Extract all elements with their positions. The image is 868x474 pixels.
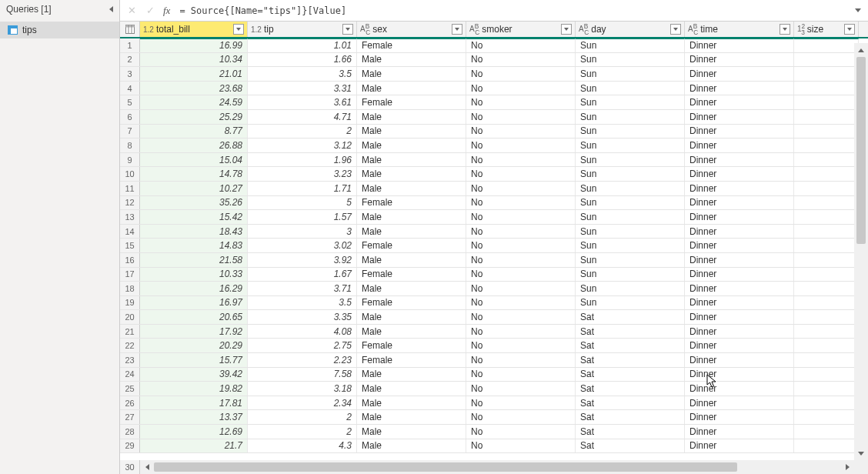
cell-day[interactable]: Sat bbox=[576, 396, 685, 410]
select-all-button[interactable] bbox=[120, 22, 140, 37]
collapse-sidebar-icon[interactable] bbox=[109, 4, 113, 15]
row-number[interactable]: 3 bbox=[120, 67, 140, 81]
cell-day[interactable]: Sun bbox=[576, 268, 685, 282]
cell-tip[interactable]: 4.08 bbox=[248, 325, 357, 339]
table-row[interactable]: 2519.823.18MaleNoSatDinner bbox=[120, 382, 868, 396]
table-row[interactable]: 321.013.5MaleNoSunDinner bbox=[120, 67, 868, 82]
row-number[interactable]: 1 bbox=[120, 38, 140, 52]
cell-day[interactable]: Sun bbox=[576, 182, 685, 195]
cell-day[interactable]: Sun bbox=[576, 167, 685, 181]
hscroll-track[interactable] bbox=[154, 460, 840, 474]
cell-smoker[interactable]: No bbox=[466, 296, 576, 310]
table-row[interactable]: 2439.427.58MaleNoSatDinner bbox=[120, 368, 868, 382]
cell-sex[interactable]: Male bbox=[357, 167, 466, 181]
cell-time[interactable]: Dinner bbox=[685, 382, 794, 396]
formula-input[interactable] bbox=[175, 4, 850, 18]
cell-smoker[interactable]: No bbox=[466, 182, 576, 195]
cell-time[interactable]: Dinner bbox=[685, 53, 794, 67]
cell-total_bill[interactable]: 17.92 bbox=[140, 325, 248, 339]
row-number[interactable]: 26 bbox=[120, 396, 140, 410]
cell-smoker[interactable]: No bbox=[466, 325, 576, 339]
table-row[interactable]: 2020.653.35MaleNoSatDinner bbox=[120, 310, 868, 325]
cell-total_bill[interactable]: 17.81 bbox=[140, 396, 248, 410]
cell-day[interactable]: Sun bbox=[576, 196, 685, 210]
cell-size[interactable] bbox=[794, 196, 859, 210]
cell-day[interactable]: Sat bbox=[576, 353, 685, 367]
row-number[interactable]: 12 bbox=[120, 196, 140, 210]
column-header-smoker[interactable]: ABCsmoker bbox=[466, 22, 576, 37]
scroll-right-icon[interactable] bbox=[840, 460, 854, 474]
cell-day[interactable]: Sun bbox=[576, 239, 685, 252]
cell-size[interactable] bbox=[794, 82, 859, 95]
cell-smoker[interactable]: No bbox=[466, 95, 576, 109]
table-row[interactable]: 1014.783.23MaleNoSunDinner bbox=[120, 167, 868, 182]
cell-smoker[interactable]: No bbox=[466, 210, 576, 224]
cell-total_bill[interactable]: 21.01 bbox=[140, 67, 248, 81]
scroll-left-icon[interactable] bbox=[140, 460, 154, 474]
cell-sex[interactable]: Male bbox=[357, 225, 466, 239]
cell-tip[interactable]: 1.57 bbox=[248, 210, 357, 224]
cell-sex[interactable]: Female bbox=[357, 268, 466, 282]
cell-sex[interactable]: Male bbox=[357, 253, 466, 267]
cell-sex[interactable]: Male bbox=[357, 125, 466, 139]
cell-total_bill[interactable]: 10.27 bbox=[140, 182, 248, 195]
cell-tip[interactable]: 7.58 bbox=[248, 368, 357, 382]
cancel-formula-button[interactable]: ✕ bbox=[123, 3, 140, 18]
table-row[interactable]: 1235.265FemaleNoSunDinner bbox=[120, 196, 868, 211]
table-row[interactable]: 2812.692MaleNoSatDinner bbox=[120, 425, 868, 439]
datatype-icon[interactable]: ABC bbox=[579, 22, 589, 35]
table-row[interactable]: 116.991.01FemaleNoSunDinner bbox=[120, 38, 868, 53]
datatype-icon[interactable]: 1.2 bbox=[251, 25, 262, 34]
table-row[interactable]: 826.883.12MaleNoSunDinner bbox=[120, 139, 868, 153]
cell-total_bill[interactable]: 21.58 bbox=[140, 253, 248, 267]
cell-size[interactable] bbox=[794, 38, 859, 52]
cell-tip[interactable]: 2 bbox=[248, 410, 357, 424]
row-number[interactable]: 19 bbox=[120, 296, 140, 310]
table-row[interactable]: 210.341.66MaleNoSunDinner bbox=[120, 53, 868, 68]
cell-smoker[interactable]: No bbox=[466, 82, 576, 95]
cell-size[interactable] bbox=[794, 225, 859, 239]
cell-time[interactable]: Dinner bbox=[685, 310, 794, 324]
row-number[interactable]: 6 bbox=[120, 110, 140, 124]
cell-time[interactable]: Dinner bbox=[685, 325, 794, 339]
row-number[interactable]: 21 bbox=[120, 325, 140, 339]
cell-time[interactable]: Dinner bbox=[685, 125, 794, 139]
cell-total_bill[interactable]: 8.77 bbox=[140, 125, 248, 139]
cell-sex[interactable]: Male bbox=[357, 410, 466, 424]
datatype-icon[interactable]: ABC bbox=[688, 22, 698, 35]
cell-time[interactable]: Dinner bbox=[685, 95, 794, 109]
cell-smoker[interactable]: No bbox=[466, 239, 576, 252]
cell-size[interactable] bbox=[794, 410, 859, 424]
cell-size[interactable] bbox=[794, 239, 859, 252]
cell-total_bill[interactable]: 18.43 bbox=[140, 225, 248, 239]
cell-time[interactable]: Dinner bbox=[685, 210, 794, 224]
filter-dropdown-icon[interactable] bbox=[670, 24, 681, 35]
cell-size[interactable] bbox=[794, 182, 859, 195]
filter-dropdown-icon[interactable] bbox=[452, 24, 462, 35]
cell-size[interactable] bbox=[794, 153, 859, 167]
cell-sex[interactable]: Female bbox=[357, 95, 466, 109]
horizontal-scrollbar[interactable] bbox=[140, 460, 854, 474]
cell-total_bill[interactable]: 14.78 bbox=[140, 167, 248, 181]
cell-time[interactable]: Dinner bbox=[685, 67, 794, 81]
scroll-up-icon[interactable] bbox=[854, 43, 868, 57]
cell-tip[interactable]: 1.96 bbox=[248, 153, 357, 167]
cell-time[interactable]: Dinner bbox=[685, 110, 794, 124]
cell-tip[interactable]: 2.75 bbox=[248, 339, 357, 352]
cell-smoker[interactable]: No bbox=[466, 153, 576, 167]
cell-total_bill[interactable]: 14.83 bbox=[140, 239, 248, 252]
cell-sex[interactable]: Male bbox=[357, 368, 466, 382]
table-row[interactable]: 2921.74.3MaleNoSatDinner bbox=[120, 439, 868, 454]
cell-time[interactable]: Dinner bbox=[685, 196, 794, 210]
cell-day[interactable]: Sun bbox=[576, 225, 685, 239]
cell-size[interactable] bbox=[794, 368, 859, 382]
cell-time[interactable]: Dinner bbox=[685, 425, 794, 439]
cell-total_bill[interactable]: 16.99 bbox=[140, 38, 248, 52]
cell-smoker[interactable]: No bbox=[466, 67, 576, 81]
row-number[interactable]: 4 bbox=[120, 82, 140, 95]
cell-total_bill[interactable]: 35.26 bbox=[140, 196, 248, 210]
table-row[interactable]: 2315.772.23FemaleNoSatDinner bbox=[120, 353, 868, 368]
row-number[interactable]: 24 bbox=[120, 368, 140, 382]
table-row[interactable]: 1710.331.67FemaleNoSunDinner bbox=[120, 268, 868, 282]
table-row[interactable]: 1418.433MaleNoSunDinner bbox=[120, 225, 868, 239]
